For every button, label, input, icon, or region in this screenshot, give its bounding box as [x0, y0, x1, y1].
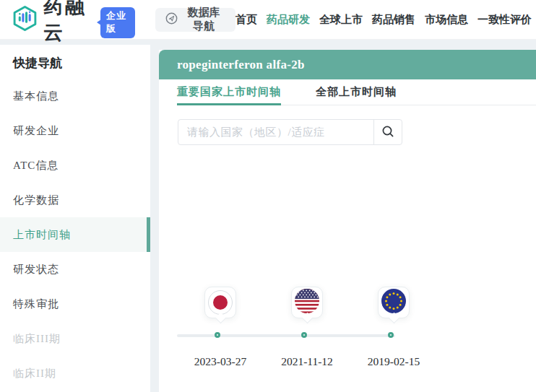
search-button[interactable]: [373, 120, 402, 144]
sidebar-item-clinical-phase2[interactable]: 临床II期: [0, 356, 150, 391]
database-nav-label: 数据库导航: [182, 6, 225, 33]
nav-item-consistency-eval[interactable]: 一致性评价: [477, 13, 532, 27]
timeline-date-eu: 2019-02-15: [350, 355, 437, 368]
sidebar-item-atc-info[interactable]: ATC信息: [0, 148, 150, 183]
timeline-node-eu: [388, 332, 394, 338]
sidebar-item-rd-status[interactable]: 研发状态: [0, 252, 150, 287]
search-icon: [381, 125, 394, 140]
sidebar-item-clinical-phase3[interactable]: 临床III期: [0, 321, 150, 356]
nav-item-market-info[interactable]: 市场信息: [425, 13, 468, 27]
timeline-marker-eu[interactable]: [378, 287, 410, 318]
search-input[interactable]: [178, 120, 373, 144]
japan-flag-icon: [208, 290, 233, 315]
main-content: ropeginterferon alfa-2b 重要国家上市时间轴 全部上市时间…: [159, 50, 536, 392]
nav-item-drug-sales[interactable]: 药品销售: [372, 13, 415, 27]
timeline-node-japan: [215, 332, 220, 338]
logo-text: 药融云: [43, 0, 93, 45]
app-logo: 药融云 企业版: [12, 0, 135, 45]
tab-all-timeline[interactable]: 全部上市时间轴: [316, 79, 397, 105]
timeline-marker-japan[interactable]: [204, 287, 236, 318]
timeline-date-usa: 2021-11-12: [264, 355, 350, 368]
timeline-node-usa: [301, 332, 307, 338]
database-nav-button[interactable]: 数据库导航: [155, 8, 235, 32]
compass-send-icon: [165, 12, 178, 27]
eu-flag-icon: [381, 289, 406, 316]
sidebar-item-rd-companies[interactable]: 研发企业: [0, 113, 150, 148]
timeline-date-japan: 2023-03-27: [177, 355, 264, 368]
nav-item-home[interactable]: 首页: [235, 13, 257, 27]
drug-title: ropeginterferon alfa-2b: [177, 58, 305, 72]
drug-title-bar: ropeginterferon alfa-2b: [159, 50, 536, 79]
logo-hexagon-chart-icon: [12, 5, 38, 35]
country-search-box: [178, 119, 402, 145]
sidebar-item-launch-timeline[interactable]: 上市时间轴: [0, 217, 150, 252]
quick-nav-sidebar: 快捷导航 基本信息 研发企业 ATC信息 化学数据 上市时间轴 研发状态 特殊审…: [0, 45, 150, 392]
timeline-tabs: 重要国家上市时间轴 全部上市时间轴: [159, 79, 536, 105]
edition-badge: 企业版: [100, 7, 135, 38]
nav-item-drug-rd[interactable]: 药品研发: [267, 13, 310, 27]
sidebar-title: 快捷导航: [0, 45, 150, 79]
sidebar-item-chemical-data[interactable]: 化学数据: [0, 183, 150, 217]
timeline-line: [177, 334, 395, 337]
nav-item-global-launch[interactable]: 全球上市: [319, 13, 363, 27]
top-navigation: 首页 药品研发 全球上市 药品销售 市场信息 一致性评价: [235, 13, 533, 27]
top-header: 药融云 企业版 数据库导航 首页 药品研发 全球上市 药品销售 市场信息 一致性…: [0, 0, 536, 40]
sidebar-item-basic-info[interactable]: 基本信息: [0, 79, 150, 113]
tab-important-countries-timeline[interactable]: 重要国家上市时间轴: [177, 79, 281, 105]
timeline-marker-usa[interactable]: [291, 287, 323, 318]
usa-flag-icon: [295, 289, 319, 316]
sidebar-item-special-approval[interactable]: 特殊审批: [0, 287, 150, 321]
